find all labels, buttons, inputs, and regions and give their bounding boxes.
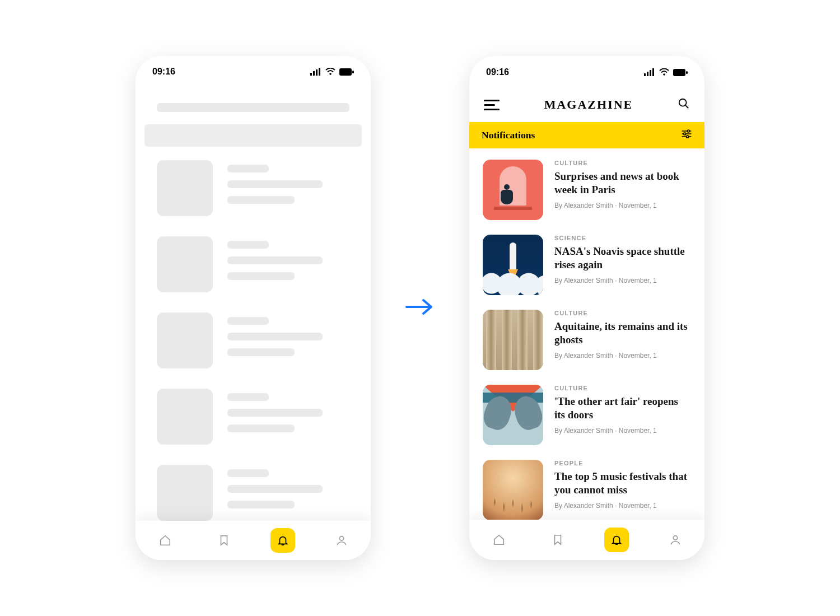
skeleton-item: [157, 389, 349, 445]
nav-bookmark[interactable]: [545, 528, 570, 552]
article-item[interactable]: CULTURE Aquitaine, its remains and its g…: [483, 310, 691, 370]
status-bar: 09:16: [136, 56, 371, 87]
article-byline: By Alexander SmithNovember, 1: [554, 352, 691, 360]
svg-rect-13: [673, 69, 685, 76]
articles-list: CULTURE Surprises and news at book week …: [469, 148, 704, 520]
svg-rect-1: [313, 71, 315, 76]
cell-signal-icon: [644, 68, 655, 76]
svg-point-15: [679, 99, 687, 106]
cell-signal-icon: [310, 68, 321, 76]
article-title: Aquitaine, its remains and its ghosts: [554, 320, 691, 347]
section-title: Notifications: [482, 129, 535, 141]
article-title: NASA's Noavis space shuttle rises again: [554, 245, 691, 272]
article-thumb: [483, 310, 543, 370]
app-header: MAGAZHINE: [469, 88, 704, 122]
skeleton-item: [157, 312, 349, 368]
article-byline: By Alexander SmithNovember, 1: [554, 502, 691, 510]
status-icons: [644, 68, 688, 76]
svg-point-18: [687, 130, 689, 132]
phone-loaded: 09:16 MAGAZHINE Notifications CULTURE Su…: [469, 56, 704, 560]
article-category: CULTURE: [554, 385, 691, 391]
article-byline: By Alexander SmithNovember, 1: [554, 202, 691, 209]
wifi-icon: [325, 68, 335, 76]
svg-point-7: [339, 536, 343, 540]
nav-bookmark[interactable]: [212, 528, 236, 553]
svg-rect-5: [339, 68, 352, 76]
article-title: 'The other art fair' reopens its doors: [554, 395, 691, 422]
svg-point-20: [684, 133, 686, 135]
article-thumb: [483, 160, 543, 220]
menu-icon[interactable]: [484, 100, 500, 110]
svg-rect-11: [652, 68, 654, 76]
svg-point-12: [663, 73, 665, 76]
search-icon[interactable]: [678, 97, 690, 112]
article-thumb: [483, 460, 543, 520]
nav-profile[interactable]: [663, 528, 688, 552]
nav-profile[interactable]: [329, 528, 354, 553]
article-title: Surprises and news at book week in Paris: [554, 170, 691, 197]
status-icons: [310, 68, 354, 76]
svg-rect-6: [352, 71, 354, 73]
article-title: The top 5 music festivals that you canno…: [554, 470, 691, 497]
nav-notifications[interactable]: [270, 528, 295, 553]
svg-rect-2: [316, 69, 318, 76]
status-time: 09:16: [486, 67, 509, 77]
section-bar: Notifications: [469, 122, 704, 148]
svg-rect-0: [310, 73, 312, 76]
arrow-icon: [404, 296, 436, 320]
battery-icon: [673, 69, 688, 76]
status-time: 09:16: [152, 67, 175, 77]
article-item[interactable]: CULTURE Surprises and news at book week …: [483, 160, 691, 220]
article-thumb: [483, 385, 543, 445]
article-category: CULTURE: [554, 160, 691, 166]
skeleton-thumb: [157, 160, 213, 216]
svg-point-22: [687, 136, 689, 138]
article-byline: By Alexander SmithNovember, 1: [554, 427, 691, 435]
article-item[interactable]: SCIENCE NASA's Noavis space shuttle rise…: [483, 235, 691, 295]
nav-notifications[interactable]: [604, 528, 629, 552]
svg-rect-14: [686, 71, 688, 74]
skeleton-item: [157, 236, 349, 292]
phone-skeleton: 09:16: [136, 56, 371, 560]
article-thumb: [483, 235, 543, 295]
wifi-icon: [659, 68, 669, 76]
skeleton-list: [136, 155, 371, 521]
article-item[interactable]: CULTURE 'The other art fair' reopens its…: [483, 385, 691, 445]
skeleton-item: [157, 160, 349, 216]
bottom-nav: [469, 520, 704, 560]
battery-icon: [339, 68, 354, 76]
article-byline: By Alexander SmithNovember, 1: [554, 277, 691, 284]
nav-home[interactable]: [487, 528, 511, 552]
bottom-nav: [136, 521, 371, 560]
svg-point-4: [329, 73, 332, 75]
svg-rect-8: [644, 73, 646, 76]
skeleton-banner: [144, 124, 362, 147]
article-category: SCIENCE: [554, 235, 691, 241]
brand-logo: MAGAZHINE: [544, 97, 633, 112]
svg-point-23: [673, 536, 677, 540]
skeleton-item: [157, 465, 349, 521]
skeleton-header: [157, 103, 349, 111]
article-item[interactable]: PEOPLE The top 5 music festivals that yo…: [483, 460, 691, 520]
svg-rect-10: [650, 70, 651, 76]
filter-icon[interactable]: [681, 129, 692, 142]
status-bar: 09:16: [469, 56, 704, 88]
nav-home[interactable]: [153, 528, 178, 553]
article-category: CULTURE: [554, 310, 691, 316]
svg-rect-9: [647, 72, 648, 76]
article-category: PEOPLE: [554, 460, 691, 466]
svg-line-16: [685, 105, 688, 108]
svg-rect-3: [319, 68, 320, 76]
